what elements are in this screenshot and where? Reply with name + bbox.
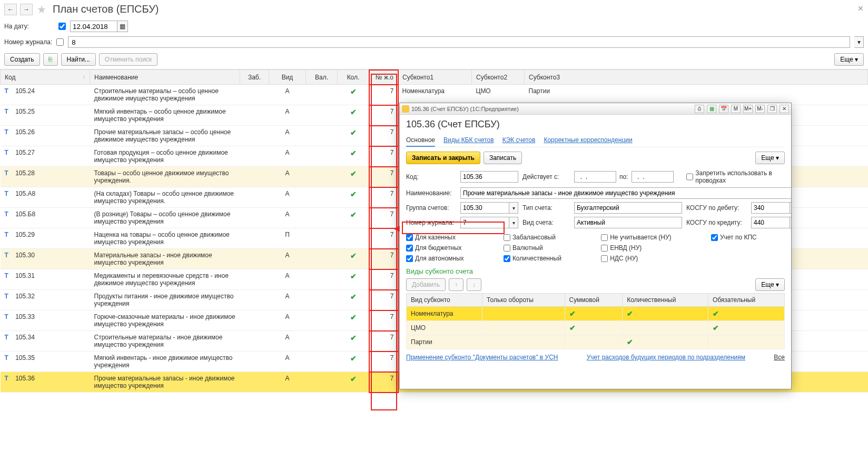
chk-envd[interactable] bbox=[601, 245, 608, 252]
inp-group[interactable] bbox=[460, 202, 509, 214]
check-icon: ✔ bbox=[350, 210, 357, 219]
cal-icon[interactable]: 📅 bbox=[719, 105, 728, 113]
close-icon[interactable]: ✕ bbox=[857, 4, 864, 13]
col-code[interactable]: Код ↓ bbox=[1, 70, 90, 85]
col-s1[interactable]: Субконто1 bbox=[398, 70, 472, 85]
inp-active-to[interactable] bbox=[632, 171, 674, 183]
col-zab[interactable]: Заб. bbox=[240, 70, 269, 85]
calendar-icon[interactable]: ▦ bbox=[117, 21, 128, 32]
inp-kosgu-kt[interactable] bbox=[751, 217, 790, 228]
cell-num: 7 bbox=[369, 372, 398, 393]
t-icon: T bbox=[5, 375, 12, 382]
nav-forward-button[interactable]: → bbox=[20, 4, 33, 15]
restore-icon[interactable]: ❐ bbox=[767, 105, 777, 113]
cancel-search-button: Отменить поиск bbox=[99, 53, 157, 66]
cell-num: 7 bbox=[369, 290, 398, 310]
cell-num: 7 bbox=[369, 167, 398, 187]
col-vid[interactable]: Вид bbox=[269, 70, 306, 85]
inp-name[interactable] bbox=[460, 187, 791, 199]
m-icon[interactable]: M bbox=[731, 105, 741, 113]
check-icon: ✔ bbox=[627, 309, 633, 318]
sub-col-kind[interactable]: Вид субконто bbox=[407, 294, 482, 307]
open-icon[interactable]: ▾ bbox=[790, 217, 791, 228]
col-s2[interactable]: Субконто2 bbox=[472, 70, 525, 85]
sub-more-button[interactable]: Еще ▾ bbox=[755, 278, 785, 291]
mplus-icon[interactable]: M+ bbox=[743, 105, 753, 113]
popup-titlebar[interactable]: 105.36 (Счет ЕПСБУ) (1С:Предприятие) ⎙ ▦… bbox=[400, 103, 791, 115]
calc-icon[interactable]: ▦ bbox=[707, 105, 716, 113]
save-button[interactable]: Записать bbox=[484, 152, 522, 164]
col-kol[interactable]: Кол. bbox=[338, 70, 369, 85]
print-icon[interactable]: ⎙ bbox=[695, 105, 704, 113]
move-down-icon: ↓ bbox=[467, 278, 481, 291]
sub-row[interactable]: Партии✔ bbox=[407, 335, 785, 349]
cell-vid: А bbox=[269, 331, 306, 351]
sub-col-sum[interactable]: Суммовой bbox=[565, 294, 623, 307]
inp-kosgu-dt[interactable] bbox=[751, 202, 790, 214]
chk-budget[interactable] bbox=[406, 245, 413, 252]
col-num[interactable]: № ж.о bbox=[369, 70, 398, 85]
cell-vid: П bbox=[269, 228, 306, 249]
sub-col-qty[interactable]: Количественный bbox=[623, 294, 708, 307]
nav-back-button[interactable]: ← bbox=[4, 4, 17, 15]
chk-kazen[interactable] bbox=[406, 234, 413, 241]
chk-nu[interactable] bbox=[601, 234, 608, 241]
sub-row[interactable]: ЦМО✔✔ bbox=[407, 321, 785, 335]
star-icon[interactable]: ★ bbox=[36, 4, 47, 15]
journal-dropdown-icon[interactable]: ▾ bbox=[854, 36, 864, 48]
inp-journal[interactable] bbox=[460, 217, 509, 228]
chk-val[interactable] bbox=[504, 245, 510, 252]
chk-nds[interactable] bbox=[601, 255, 608, 262]
link-usn[interactable]: Применение субконто "Документы расчетов"… bbox=[406, 354, 558, 361]
tab-corr[interactable]: Корректные корреспонденции bbox=[544, 134, 632, 147]
check-icon: ✔ bbox=[350, 313, 357, 322]
tab-main[interactable]: Основное bbox=[406, 134, 435, 147]
open-icon[interactable]: ▾ bbox=[509, 217, 518, 228]
open-icon[interactable]: ▾ bbox=[790, 202, 791, 214]
check-icon: ✔ bbox=[350, 169, 357, 178]
inp-acct-type[interactable] bbox=[574, 202, 682, 214]
chk-zabal[interactable] bbox=[504, 234, 510, 241]
tab-kbk[interactable]: Виды КБК счетов bbox=[443, 134, 494, 147]
col-val[interactable]: Вал. bbox=[306, 70, 338, 85]
check-icon: ✔ bbox=[350, 108, 357, 116]
chk-qty[interactable] bbox=[504, 255, 510, 262]
link-future[interactable]: Учет расходов будущих периодов по подраз… bbox=[587, 354, 745, 361]
mminus-icon[interactable]: M- bbox=[755, 105, 765, 113]
cell-vid: А bbox=[269, 126, 306, 146]
inp-code[interactable] bbox=[460, 171, 518, 183]
chk-auto[interactable] bbox=[406, 255, 413, 262]
journal-checkbox[interactable] bbox=[56, 38, 64, 46]
table-row[interactable]: T 105.24Строительные материалы – особо ц… bbox=[1, 85, 868, 105]
col-name[interactable]: Наименование bbox=[90, 70, 240, 85]
col-s3[interactable]: Субконто3 bbox=[525, 70, 868, 85]
cell-name: Строительные материалы – особо ценное дв… bbox=[90, 85, 240, 105]
inp-active-from[interactable] bbox=[574, 171, 616, 183]
chk-forbid[interactable] bbox=[686, 173, 693, 180]
open-icon[interactable]: ▾ bbox=[509, 202, 518, 214]
t-icon: T bbox=[5, 87, 12, 95]
inp-vid[interactable] bbox=[574, 217, 682, 228]
cell-name: Прочие материальные запасы - иное движим… bbox=[90, 372, 240, 393]
date-checkbox[interactable] bbox=[58, 23, 66, 30]
sub-row[interactable]: Номенклатура✔✔✔ bbox=[407, 307, 785, 321]
find-button[interactable]: Найти... bbox=[61, 53, 96, 66]
more-button[interactable]: Еще ▾ bbox=[834, 53, 864, 66]
link-all[interactable]: Все bbox=[774, 354, 785, 361]
create-button[interactable]: Создать bbox=[4, 53, 40, 66]
cell-name: Материальные запасы - иное движимое имущ… bbox=[90, 249, 240, 269]
popup-more-button[interactable]: Еще ▾ bbox=[755, 152, 785, 164]
copy-button[interactable]: ⎘ bbox=[43, 53, 58, 66]
popup-close-icon[interactable]: ✕ bbox=[780, 105, 789, 113]
journal-input[interactable] bbox=[68, 36, 850, 48]
tab-kek[interactable]: КЭК счетов bbox=[502, 134, 536, 147]
cell-vid: А bbox=[269, 146, 306, 167]
page-title: План счетов (ЕПСБУ) bbox=[53, 3, 159, 15]
cell-name: Готовая продукция – особо ценное движимо… bbox=[90, 146, 240, 167]
sub-col-req[interactable]: Обязательный bbox=[708, 294, 784, 307]
date-input[interactable] bbox=[70, 21, 117, 32]
sub-col-turn[interactable]: Только обороты bbox=[482, 294, 565, 307]
save-close-button[interactable]: Записать и закрыть bbox=[406, 152, 480, 164]
chk-kps[interactable] bbox=[711, 234, 718, 241]
cell-vid: А bbox=[269, 372, 306, 393]
